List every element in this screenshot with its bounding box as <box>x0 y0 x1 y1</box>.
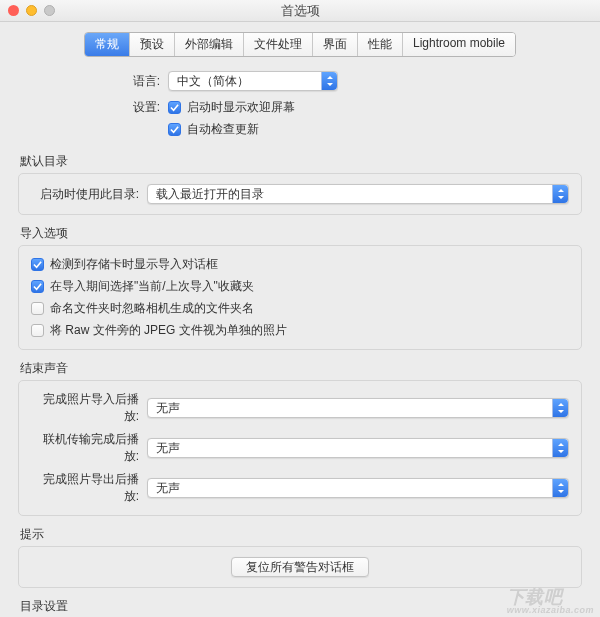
import-options-box: 检测到存储卡时显示导入对话框 在导入期间选择"当前/上次导入"收藏夹 命名文件夹… <box>18 245 582 350</box>
prompts-box: 复位所有警告对话框 <box>18 546 582 588</box>
tab-external-editing[interactable]: 外部编辑 <box>175 33 244 56</box>
sound-export-select[interactable]: 无声 <box>147 478 569 498</box>
checkbox-icon <box>31 302 44 315</box>
sound-tether-label: 联机传输完成后播放: <box>31 431 147 465</box>
titlebar: 首选项 <box>0 0 600 22</box>
checkbox-icon <box>168 123 181 136</box>
checkbox-ignore-camera-folder[interactable]: 命名文件夹时忽略相机生成的文件夹名 <box>31 300 569 317</box>
checkbox-label: 检测到存储卡时显示导入对话框 <box>50 256 218 273</box>
settings-checkboxes: 启动时显示欢迎屏幕 自动检查更新 <box>168 99 295 143</box>
section-catalog-settings: 目录设置 <box>20 598 582 615</box>
checkbox-icon <box>31 324 44 337</box>
startup-catalog-label: 启动时使用此目录: <box>31 186 147 203</box>
close-icon[interactable] <box>8 5 19 16</box>
tab-bar: 常规 预设 外部编辑 文件处理 界面 性能 Lightroom mobile <box>18 32 582 57</box>
checkbox-splash[interactable]: 启动时显示欢迎屏幕 <box>168 99 295 116</box>
checkbox-label: 自动检查更新 <box>187 121 259 138</box>
sound-import-label: 完成照片导入后播放: <box>31 391 147 425</box>
completion-sounds-box: 完成照片导入后播放: 无声 联机传输完成后播放: 无声 完成照片导出后播放: 无… <box>18 380 582 516</box>
chevron-updown-icon <box>552 479 568 497</box>
sound-tether-value: 无声 <box>156 440 180 457</box>
tab-segmented: 常规 预设 外部编辑 文件处理 界面 性能 Lightroom mobile <box>84 32 516 57</box>
traffic-lights <box>8 5 55 16</box>
chevron-updown-icon <box>552 399 568 417</box>
section-import-options: 导入选项 <box>20 225 582 242</box>
minimize-icon[interactable] <box>26 5 37 16</box>
startup-catalog-value: 载入最近打开的目录 <box>156 186 264 203</box>
sound-import-select[interactable]: 无声 <box>147 398 569 418</box>
tab-file-handling[interactable]: 文件处理 <box>244 33 313 56</box>
reset-warnings-button[interactable]: 复位所有警告对话框 <box>231 557 369 577</box>
window-title: 首选项 <box>0 2 600 20</box>
chevron-updown-icon <box>552 439 568 457</box>
language-select[interactable]: 中文（简体） <box>168 71 338 91</box>
sound-tether-select[interactable]: 无声 <box>147 438 569 458</box>
tab-general[interactable]: 常规 <box>85 33 130 56</box>
checkbox-updates[interactable]: 自动检查更新 <box>168 121 295 138</box>
checkbox-icon <box>31 258 44 271</box>
sound-export-label: 完成照片导出后播放: <box>31 471 147 505</box>
checkbox-label: 将 Raw 文件旁的 JPEG 文件视为单独的照片 <box>50 322 287 339</box>
tab-presets[interactable]: 预设 <box>130 33 175 56</box>
section-default-catalog: 默认目录 <box>20 153 582 170</box>
checkbox-current-import[interactable]: 在导入期间选择"当前/上次导入"收藏夹 <box>31 278 569 295</box>
checkbox-label: 在导入期间选择"当前/上次导入"收藏夹 <box>50 278 254 295</box>
checkbox-icon <box>168 101 181 114</box>
chevron-updown-icon <box>321 72 337 90</box>
chevron-updown-icon <box>552 185 568 203</box>
section-completion-sounds: 结束声音 <box>20 360 582 377</box>
sound-export-value: 无声 <box>156 480 180 497</box>
settings-label: 设置: <box>18 99 168 116</box>
language-value: 中文（简体） <box>177 73 249 90</box>
checkbox-icon <box>31 280 44 293</box>
checkbox-jpeg-separate[interactable]: 将 Raw 文件旁的 JPEG 文件视为单独的照片 <box>31 322 569 339</box>
checkbox-import-dialog[interactable]: 检测到存储卡时显示导入对话框 <box>31 256 569 273</box>
content: 常规 预设 外部编辑 文件处理 界面 性能 Lightroom mobile 语… <box>0 22 600 617</box>
checkbox-label: 命名文件夹时忽略相机生成的文件夹名 <box>50 300 254 317</box>
checkbox-label: 启动时显示欢迎屏幕 <box>187 99 295 116</box>
startup-catalog-select[interactable]: 载入最近打开的目录 <box>147 184 569 204</box>
language-row: 语言: 中文（简体） <box>18 71 582 91</box>
tab-lightroom-mobile[interactable]: Lightroom mobile <box>403 33 515 56</box>
language-label: 语言: <box>18 73 168 90</box>
tab-interface[interactable]: 界面 <box>313 33 358 56</box>
zoom-icon <box>44 5 55 16</box>
default-catalog-box: 启动时使用此目录: 载入最近打开的目录 <box>18 173 582 215</box>
section-prompts: 提示 <box>20 526 582 543</box>
tab-performance[interactable]: 性能 <box>358 33 403 56</box>
settings-row: 设置: 启动时显示欢迎屏幕 自动检查更新 <box>18 99 582 143</box>
sound-import-value: 无声 <box>156 400 180 417</box>
